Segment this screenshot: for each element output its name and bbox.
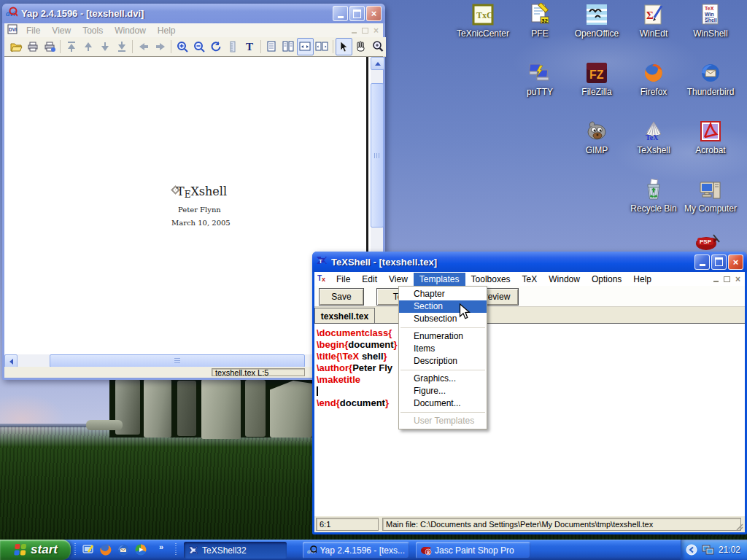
menu-item-document[interactable]: Document...: [399, 397, 487, 410]
taskbar-clock[interactable]: 21:02: [719, 545, 740, 555]
yap-close-button[interactable]: ×: [366, 6, 382, 21]
tab-texshell-tex[interactable]: texshell.tex: [314, 308, 375, 324]
next-page-icon[interactable]: [96, 38, 113, 55]
menu-item-graphics[interactable]: Graphics...: [399, 373, 487, 385]
yap-menu-tools[interactable]: Tools: [77, 24, 109, 37]
editor-line: \title{\TeX shell}: [317, 351, 745, 362]
start-button[interactable]: start: [0, 540, 71, 560]
scroll-up-icon[interactable]: [371, 57, 384, 70]
zoom-out-icon[interactable]: [190, 38, 207, 55]
previous-page-icon[interactable]: [80, 38, 96, 55]
print-icon[interactable]: [24, 38, 41, 55]
taskbar-button-jasc-paint-shop-pro[interactable]: 8 Jasc Paint Shop Pro: [416, 542, 530, 559]
magnifier-tool-icon[interactable]: [369, 38, 386, 55]
taskbar-button-yap[interactable]: dvi Yap 2.4.1596 - [texs...: [303, 542, 409, 559]
yap-minimize-button[interactable]: [333, 6, 348, 21]
desktop-icon-psp[interactable]: PSP: [684, 232, 728, 251]
desktop-icon-pfe[interactable]: 32 PFE: [512, 1, 568, 39]
menu-item-figure[interactable]: Figure...: [399, 385, 487, 397]
text-tool-icon[interactable]: T: [241, 38, 258, 55]
zoom-in-icon[interactable]: [174, 38, 190, 55]
taskbar-button-texshell32[interactable]: TeXShell32: [184, 542, 287, 559]
first-page-icon[interactable]: [63, 38, 80, 55]
winshell-icon: TeXWinShell: [699, 1, 722, 26]
menu-tex[interactable]: TeX: [516, 273, 543, 286]
page-width-icon[interactable]: [297, 38, 314, 55]
single-page-icon[interactable]: [263, 38, 280, 55]
network-tray-icon[interactable]: [702, 544, 714, 556]
desktop-icon-winedt[interactable]: Σ WinEdt: [626, 1, 681, 39]
desktop-icon-acrobat[interactable]: Acrobat: [683, 118, 738, 155]
mdi-minimize-icon[interactable]: [713, 276, 719, 282]
texshell-titlebar[interactable]: T TeXShell - [texshell.tex] ×: [312, 252, 747, 272]
quicklaunch-firefox-icon[interactable]: [99, 543, 112, 556]
select-tool-icon[interactable]: [336, 38, 352, 55]
menu-templates[interactable]: Templates: [414, 273, 465, 286]
yap-mdi-minimize-icon[interactable]: [352, 28, 357, 34]
menu-item-items[interactable]: Items: [399, 343, 487, 355]
yap-menu-help[interactable]: Help: [152, 24, 182, 37]
texshell-maximize-button[interactable]: [711, 254, 727, 270]
desktop-icon-my-computer[interactable]: My Computer: [683, 176, 738, 214]
mdi-close-icon[interactable]: ×: [735, 274, 740, 284]
save-button[interactable]: Save: [319, 288, 364, 306]
tab-strip: texshell.tex: [314, 306, 745, 323]
desktop-icon-putty[interactable]: puTTY: [512, 60, 568, 97]
menu-help[interactable]: Help: [627, 273, 657, 286]
mdi-restore-icon[interactable]: [724, 276, 730, 282]
desktop-icon-openoffice[interactable]: OpenOffice: [569, 1, 624, 39]
menu-item-enumeration[interactable]: Enumeration: [399, 330, 487, 343]
back-icon[interactable]: [135, 38, 152, 55]
yap-titlebar[interactable]: dvi Yap 2.4.1596 - [texshell.dvi] ×: [2, 4, 385, 23]
print-setup-icon[interactable]: [41, 38, 58, 55]
texshell-close-button[interactable]: ×: [728, 254, 743, 270]
yap-maximize-button[interactable]: [349, 6, 365, 21]
quicklaunch-media-player-icon[interactable]: [134, 543, 147, 556]
pan-tool-icon[interactable]: [352, 38, 369, 55]
desktop-icon-recycle-bin[interactable]: Recycle Bin: [626, 176, 681, 214]
forward-icon[interactable]: [152, 38, 169, 55]
svg-text:32: 32: [541, 18, 548, 24]
last-page-icon[interactable]: [113, 38, 130, 55]
desktop-icon-winshell[interactable]: TeXWinShell WinShell: [683, 1, 738, 39]
hide-icons-chevron-icon[interactable]: [686, 544, 697, 556]
menu-item-chapter[interactable]: Chapter: [399, 288, 487, 300]
scroll-thumb[interactable]: [50, 354, 305, 368]
desktop-icon-filezilla[interactable]: FZ FileZilla: [569, 60, 624, 97]
desktop-icon-firefox[interactable]: Firefox: [626, 60, 681, 97]
quicklaunch-thunderbird-icon[interactable]: [117, 543, 130, 556]
texshell-minimize-button[interactable]: [694, 254, 710, 270]
menu-item-description[interactable]: Description: [399, 355, 487, 368]
resize-grip[interactable]: [735, 523, 744, 532]
open-icon[interactable]: [7, 38, 24, 55]
scroll-thumb[interactable]: [371, 83, 384, 228]
ruler-tool-icon[interactable]: [225, 38, 241, 55]
continuous-view-icon[interactable]: [280, 38, 297, 55]
menu-options[interactable]: Options: [586, 273, 627, 286]
menu-item-subsection[interactable]: Subsection: [399, 313, 487, 325]
desktop-icon-gimp[interactable]: GIMP: [569, 118, 624, 155]
yap-menu-window[interactable]: Window: [109, 24, 152, 37]
refresh-icon[interactable]: [208, 38, 225, 55]
quicklaunch-overflow-chevron[interactable]: »: [159, 542, 163, 551]
menu-edit[interactable]: Edit: [356, 273, 383, 286]
yap-menu-file[interactable]: File: [20, 24, 46, 37]
yap-menu-view[interactable]: View: [46, 24, 77, 37]
yap-window-title: Yap 2.4.1596 - [texshell.dvi]: [21, 8, 333, 19]
menu-file[interactable]: File: [330, 273, 356, 286]
menu-window[interactable]: Window: [543, 273, 586, 286]
putty-icon: [528, 60, 551, 85]
menu-item-section[interactable]: Section: [399, 300, 487, 313]
yap-mdi-restore-icon[interactable]: [362, 28, 368, 34]
pfe-icon: 32: [528, 1, 551, 26]
editor-area[interactable]: \documentclass{\begin{document}\title{\T…: [314, 323, 745, 516]
desktop-icon-thunderbird[interactable]: Thunderbird: [683, 60, 738, 97]
menu-view[interactable]: View: [383, 273, 414, 286]
yap-mdi-close-icon[interactable]: ×: [374, 26, 379, 36]
status-cursor-position: 6:1: [316, 518, 379, 531]
double-page-width-icon[interactable]: [314, 38, 330, 55]
desktop-icon-texshell[interactable]: TeX TeXshell: [626, 118, 681, 155]
desktop-icon-texniccenter[interactable]: TxC TeXnicCenter: [455, 1, 511, 39]
show-desktop-icon[interactable]: [82, 543, 95, 556]
menu-toolboxes[interactable]: Toolboxes: [465, 273, 516, 286]
